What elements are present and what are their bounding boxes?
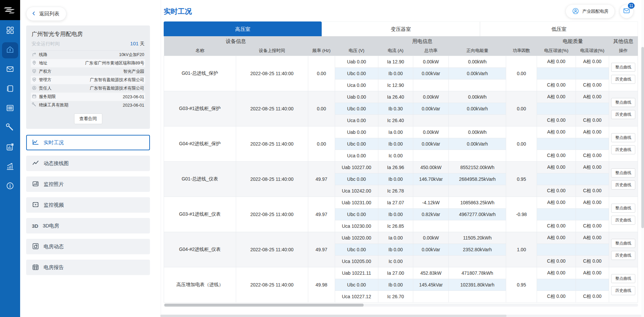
forward-energy-cell [449,114,506,126]
tab-transformer-room[interactable]: 变压器室 [322,21,480,36]
menu-item-room-activity[interactable]: 电房动态 [26,239,150,254]
history-curve-button[interactable]: 历史曲线 [611,216,635,225]
total-power-cell: 0.00kW [413,232,449,244]
hourly-curve-button[interactable]: 整点曲线 [611,98,635,107]
report-time-cell: 2022-08-25 11:40:00 [236,56,308,91]
history-curve-button[interactable]: 历史曲线 [611,286,635,295]
report-time-cell: 2022-08-25 11:40:00 [236,161,308,197]
history-curve-button[interactable]: 历史曲线 [611,180,635,190]
hourly-curve-button[interactable]: 整点曲线 [611,133,635,142]
menu-item-label: 电房动态 [44,244,64,250]
history-curve-button[interactable]: 历史曲线 [611,75,635,84]
total-power-cell [413,290,449,302]
table-body: G01-总进线_保护2022-08-25 11:40:000.00Uab 0.0… [164,56,638,302]
sidebar-item-station[interactable] [2,42,18,58]
power-factor-cell: -0.98 [506,197,537,232]
sidebar-item-analysis[interactable] [2,159,18,175]
forward-energy-cell: 0.00kWh [449,126,506,138]
report-time-cell: 2022-08-25 11:40:00 [236,91,308,126]
view-contract-button[interactable]: 查看合同 [74,113,102,124]
col-report-time: 设备上报时间 [236,46,308,56]
location-icon [32,60,37,66]
wiring-diagram-icon [32,159,39,168]
safe-run-row: 安全运行时间 101 天 [31,41,145,51]
sidebar-item-records[interactable] [2,101,18,117]
menu-item-3d-room[interactable]: 3D 3D电房 [26,218,150,233]
col-current: 电流 (A) [378,46,413,56]
page-horizontal-scrollbar-thumb[interactable] [160,315,506,317]
total-power-cell [413,255,449,267]
hourly-curve-button[interactable]: 整点曲线 [611,204,635,213]
history-curve-button[interactable]: 历史曲线 [611,110,635,119]
voltage-cell: Uca 10227.12 [335,290,378,302]
station-info-rows: 线路 10kV企加F20 地址 广东省广州市黄埔区瑞和路89号 产权方 智光产业… [31,51,145,109]
person-icon [32,86,37,91]
forward-energy-cell: 0.00kWh [449,56,506,67]
voltage-harmonic-cell [537,103,576,114]
menu-item-room-report[interactable]: 电房报告 [26,260,150,275]
3d-icon: 3D [32,223,38,229]
hourly-curve-button[interactable]: 整点曲线 [611,63,635,72]
current-cell: Ib 0.00 [378,173,413,185]
group-other-info: 其他信息 [609,36,638,46]
voltage-harmonic-cell: C相 0.00 [537,114,576,126]
forward-energy-cell: 0.00kVarh [449,103,506,114]
back-button[interactable]: 返回列表 [26,7,66,21]
page-vertical-scrollbar-thumb[interactable] [641,47,644,228]
table-horizontal-scrollbar-thumb[interactable] [164,304,364,307]
current-cell: Ic 26.85 [378,220,413,232]
current-harmonic-cell [576,279,609,290]
current-cell: Ia 0.00 [378,232,413,244]
forward-energy-cell: 0.00kVarh [449,67,506,79]
sidebar-item-reports[interactable] [2,140,18,156]
menu-item-photos[interactable]: 监控照片 [26,176,150,192]
user-circle-icon [572,7,579,16]
info-row-line: 线路 10kV企加F20 [31,51,145,59]
voltage-cell: Uab 10231.00 [335,197,378,208]
sidebar-item-apps[interactable] [2,23,18,39]
hourly-curve-button[interactable]: 整点曲线 [611,239,635,248]
total-power-cell: 0.00kVar [413,67,449,79]
menu-item-video[interactable]: 监控视频 [26,197,150,213]
voltage-harmonic-cell [537,138,576,150]
col-voltage: 电压 (V) [335,46,378,56]
hourly-curve-button[interactable]: 整点曲线 [611,274,635,283]
voltage-harmonic-cell [537,208,576,220]
mail-icon [6,65,14,75]
sidebar-item-about[interactable] [2,178,18,195]
voltage-cell: Uca 0.00 [335,114,378,126]
frequency-cell: 0.00 [308,56,335,91]
menu-item-realtime[interactable]: 实时工况 [26,135,150,150]
frequency-cell: 49.97 [308,161,335,197]
voltage-cell: Ubc 0.00 [335,67,378,79]
menu-item-wiring-diagram[interactable]: 动态接线图 [26,156,150,171]
sidebar-item-maintenance[interactable] [2,120,18,136]
voltage-cell: Uab 10220.00 [335,232,378,244]
current-harmonic-cell: A相 0.00 [576,232,609,244]
station-menu: 实时工况 动态接线图 监控照片 监控视频 3D 3D电房 电房动态 电房报告 [26,135,150,275]
history-curve-button[interactable]: 历史曲线 [611,251,635,260]
menu-item-label: 实时工况 [44,140,64,146]
station-switcher-button[interactable]: 产业园配电房 [566,5,614,18]
sidebar-item-messages[interactable] [2,62,18,78]
forward-energy-cell: 2352.80kVarh [449,244,506,255]
actions-cell: 整点曲线历史曲线 [609,161,638,197]
voltage-cell: Uab 10227.00 [335,161,378,173]
main-content: 实时工况 产业园配电房 11 高压室 变压器室 低压室 设备信息 用电信息 [161,0,644,317]
tab-low-voltage-room[interactable]: 低压室 [480,21,638,36]
current-harmonic-cell [576,244,609,255]
hourly-curve-button[interactable]: 整点曲线 [611,168,635,177]
sidebar-item-notebook[interactable] [2,81,18,97]
wrench-icon [6,123,14,133]
history-curve-button[interactable]: 历史曲线 [611,145,635,154]
current-harmonic-cell: C相 0.00 [576,79,609,91]
voltage-harmonic-cell: C相 0.00 [537,185,576,197]
total-power-cell: 0.00kW [413,126,449,138]
table-row: G03-#1进线柜_保护2022-08-25 11:40:000.00Uab 0… [164,91,638,103]
report-calendar-icon [32,263,39,272]
notifications-button[interactable]: 11 [620,5,633,18]
forward-energy-cell: 471807.78kWh [449,267,506,279]
voltage-harmonic-cell [537,279,576,290]
col-power-factor: 功率因数 [506,46,537,56]
tab-high-voltage-room[interactable]: 高压室 [164,21,322,36]
